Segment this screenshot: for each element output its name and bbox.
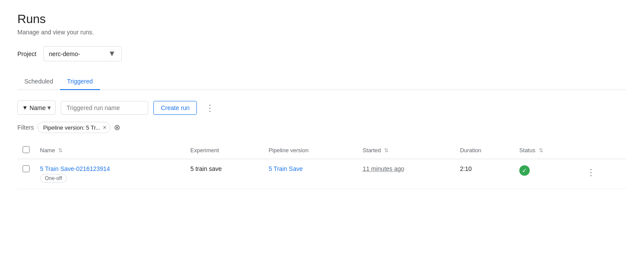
filters-bar: Filters Pipeline version: 5 Tr... × ⊗: [17, 122, 627, 133]
tabs-row: Scheduled Triggered: [17, 74, 627, 90]
search-input[interactable]: [61, 101, 148, 115]
experiment-cell: 5 train save: [185, 159, 263, 189]
status-success-icon: ✓: [519, 165, 530, 176]
one-off-badge: One-off: [40, 174, 67, 183]
table-body: 5 Train Save-0216123914 One-off 5 train …: [17, 159, 627, 189]
th-started: Started ⇅: [358, 142, 455, 159]
th-started-label: Started: [363, 147, 381, 154]
th-duration: Duration: [455, 142, 514, 159]
row-checkbox-cell: [17, 159, 35, 189]
started-value: 11 minutes ago: [363, 165, 405, 172]
duration-cell: 2:10: [455, 159, 514, 189]
toolbar-row: ▼ Name ▾ Create run ⋮: [17, 100, 627, 115]
clear-filters-button[interactable]: ⊗: [114, 123, 120, 132]
run-name-cell: 5 Train Save-0216123914 One-off: [35, 159, 185, 189]
row-checkbox[interactable]: [23, 165, 30, 172]
tab-scheduled[interactable]: Scheduled: [17, 74, 60, 90]
table-row: 5 Train Save-0216123914 One-off 5 train …: [17, 159, 627, 189]
th-checkbox: [17, 142, 35, 159]
select-all-checkbox[interactable]: [23, 146, 30, 153]
th-name-label: Name: [40, 147, 55, 154]
row-more-button[interactable]: ⋮: [583, 165, 599, 179]
th-status: Status ⇅: [514, 142, 578, 159]
page-subtitle: Manage and view your runs.: [17, 29, 627, 36]
project-dropdown-arrow: ▼: [108, 49, 116, 58]
filter-icon: ▼: [22, 104, 28, 111]
th-status-sort-icon[interactable]: ⇅: [539, 147, 543, 154]
project-select-value: nerc-demo-: [49, 50, 80, 57]
th-name-sort-icon[interactable]: ⇅: [58, 147, 63, 154]
th-actions: [578, 142, 627, 159]
filter-name-dropdown[interactable]: ▼ Name ▾: [17, 100, 56, 115]
filter-chip: Pipeline version: 5 Tr... ×: [37, 122, 110, 133]
run-name-link[interactable]: 5 Train Save-0216123914: [40, 165, 110, 172]
started-cell: 11 minutes ago: [358, 159, 455, 189]
filter-dropdown-arrow: ▾: [47, 104, 51, 112]
row-actions-cell: ⋮: [578, 159, 627, 189]
filters-label: Filters: [17, 124, 34, 131]
th-pipeline-version-label: Pipeline version: [269, 147, 309, 154]
duration-value: 2:10: [460, 165, 471, 172]
th-experiment: Experiment: [185, 142, 263, 159]
toolbar-more-button[interactable]: ⋮: [202, 101, 218, 115]
th-status-label: Status: [519, 147, 535, 154]
tab-triggered[interactable]: Triggered: [60, 74, 100, 90]
status-cell: ✓: [514, 159, 578, 189]
table-header: Name ⇅ Experiment Pipeline version Start…: [17, 142, 627, 159]
project-label: Project: [17, 50, 37, 57]
runs-table: Name ⇅ Experiment Pipeline version Start…: [17, 142, 627, 189]
filter-chip-remove[interactable]: ×: [103, 124, 106, 131]
pipeline-version-link[interactable]: 5 Train Save: [269, 165, 303, 172]
experiment-value: 5 train save: [190, 165, 222, 172]
th-duration-label: Duration: [460, 147, 481, 154]
th-started-sort-icon[interactable]: ⇅: [384, 147, 388, 154]
filter-chip-text: Pipeline version: 5 Tr...: [43, 124, 100, 131]
project-select[interactable]: nerc-demo- ▼: [43, 46, 122, 61]
pipeline-version-cell: 5 Train Save: [263, 159, 357, 189]
project-row: Project nerc-demo- ▼: [17, 46, 627, 61]
filter-name-label: Name: [30, 104, 46, 111]
th-pipeline-version: Pipeline version: [263, 142, 357, 159]
page-container: Runs Manage and view your runs. Project …: [0, 0, 644, 201]
th-experiment-label: Experiment: [190, 147, 219, 154]
page-title: Runs: [17, 12, 627, 26]
create-run-button[interactable]: Create run: [153, 101, 197, 115]
th-name: Name ⇅: [35, 142, 185, 159]
